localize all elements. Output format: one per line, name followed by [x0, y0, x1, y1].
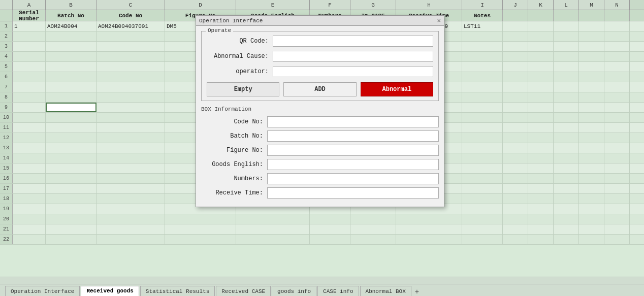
- dialog-title: Operation Interface: [199, 18, 263, 24]
- add-button[interactable]: ADD: [283, 82, 356, 96]
- box-numbers-label: Numbers:: [201, 175, 267, 182]
- dialog-close-button[interactable]: ×: [437, 17, 441, 24]
- dialog-titlebar: Operation Interface ×: [196, 16, 444, 26]
- box-batch-no-row: Batch No:: [201, 130, 439, 142]
- box-goods-english-row: Goods English:: [201, 159, 439, 170]
- operator-label: operator:: [207, 68, 273, 75]
- box-figure-no-row: Figure No:: [201, 145, 439, 156]
- box-numbers-row: Numbers:: [201, 173, 439, 184]
- operate-group: Operate QR Code: Abnormal Cause: operato…: [201, 31, 439, 101]
- box-figure-no-input[interactable]: [267, 145, 439, 156]
- box-batch-no-label: Batch No:: [201, 133, 267, 140]
- box-code-no-label: Code No:: [201, 118, 267, 125]
- modal-overlay: Operation Interface × Operate QR Code: A…: [0, 0, 644, 296]
- box-code-no-row: Code No:: [201, 116, 439, 127]
- abnormal-cause-input[interactable]: [273, 51, 433, 62]
- operation-dialog: Operation Interface × Operate QR Code: A…: [196, 15, 444, 207]
- operator-row: operator:: [207, 66, 433, 77]
- box-receive-time-label: Receive Time:: [201, 189, 267, 196]
- qr-code-input[interactable]: [273, 36, 433, 47]
- box-code-no-input[interactable]: [267, 116, 439, 127]
- operate-group-label: Operate: [206, 27, 233, 34]
- abnormal-button[interactable]: Abnormal: [361, 82, 433, 96]
- empty-button[interactable]: Empty: [207, 82, 279, 96]
- qr-code-label: QR Code:: [207, 38, 273, 45]
- box-goods-english-label: Goods English:: [201, 161, 267, 168]
- box-figure-no-label: Figure No:: [201, 147, 267, 154]
- action-buttons: Empty ADD Abnormal: [207, 82, 433, 96]
- box-numbers-input[interactable]: [267, 173, 439, 184]
- qr-code-row: QR Code:: [207, 36, 433, 47]
- box-info-label: BOX Information: [201, 106, 439, 112]
- dialog-body: Operate QR Code: Abnormal Cause: operato…: [196, 26, 444, 207]
- box-goods-english-input[interactable]: [267, 159, 439, 170]
- box-batch-no-input[interactable]: [267, 130, 439, 142]
- abnormal-cause-row: Abnormal Cause:: [207, 51, 433, 62]
- operator-input[interactable]: [273, 66, 433, 77]
- box-information-section: BOX Information Code No: Batch No: Figur…: [201, 106, 439, 199]
- abnormal-cause-label: Abnormal Cause:: [207, 53, 273, 60]
- box-receive-time-input[interactable]: [267, 187, 439, 199]
- box-receive-time-row: Receive Time:: [201, 187, 439, 199]
